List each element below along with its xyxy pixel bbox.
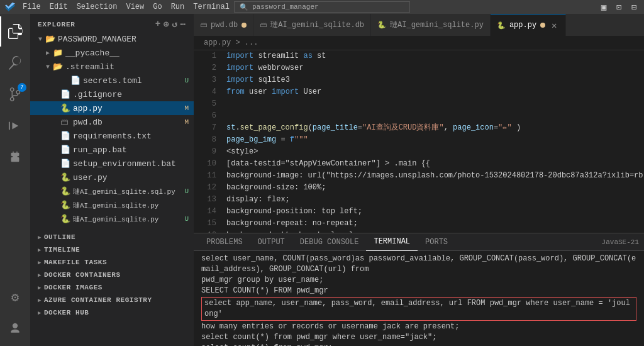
tree-folder-streamlit[interactable]: ▼ 📂 .streamlit (30, 60, 194, 74)
tree-folder-pycache[interactable]: ▶ 📁 __pycache__ (30, 46, 194, 60)
tree-file-setup-bat[interactable]: 📄 setup_environment.bat (30, 157, 194, 170)
folder-open-streamlit-icon: 📂 (53, 62, 63, 72)
tree-label-ai-py3: 璉AI_gemini_sqlite.py (73, 215, 182, 224)
panel-tab-output[interactable]: OUTPUT (250, 233, 292, 251)
code-line-11: background-image: url("https://images.un… (226, 170, 644, 182)
tree-file-run-bat[interactable]: 📄 run_app.bat (30, 143, 194, 157)
sidebar-section-azure[interactable]: ▶ AZURE CONTAINER REGISTRY (30, 294, 194, 306)
docker-hub-arrow: ▶ (38, 310, 42, 316)
file-py2-tab-icon: 🐍 (497, 21, 506, 30)
tree-file-ai-py2[interactable]: 🐍 璉AI_gemini_sqlite.py (30, 198, 194, 212)
title-bar: File Edit Selection View Go Run Terminal… (0, 0, 644, 14)
tree-file-secrets[interactable]: 📄 secrets.toml U (30, 74, 194, 87)
explorer-activity-icon[interactable] (0, 16, 30, 47)
sidebar-sections: ▶ OUTLINE ▶ TIMELINE ▶ MAKEFILE TASKS ▶ … (30, 231, 194, 319)
menu-terminal[interactable]: Terminal (189, 1, 233, 13)
extensions-activity-icon[interactable] (0, 142, 30, 172)
code-line-2: import webbrowser (226, 62, 644, 74)
panel-java-label: JavaSE-21 (602, 238, 639, 246)
source-control-activity-icon[interactable]: 7 (0, 79, 30, 109)
tab-pwd-db-modified (242, 23, 247, 28)
sidebar-section-docker-images[interactable]: ▶ DOCKER IMAGES (30, 281, 194, 294)
file-db-icon: 🗃 (60, 118, 70, 127)
editor-area: 🗃 pwd.db 🗃 璉AI_gemini_sqlite.db 🐍 璉AI_ge… (194, 14, 644, 346)
makefile-label: MAKEFILE TASKS (44, 259, 107, 266)
tab-app-py-close[interactable]: ✕ (549, 20, 559, 31)
sidebar-section-docker-hub[interactable]: ▶ DOCKER HUB (30, 306, 194, 319)
layout3-icon[interactable]: ⊟ (629, 2, 639, 12)
docker-images-label: DOCKER IMAGES (44, 284, 103, 291)
sidebar-section-outline[interactable]: ▶ OUTLINE (30, 231, 194, 243)
file-user-py-icon: 🐍 (60, 172, 70, 182)
code-editor[interactable]: 123456789101112131415161718192021222324 … (194, 50, 644, 233)
file-bat-icon: 📄 (60, 145, 70, 155)
menu-edit[interactable]: Edit (46, 1, 72, 13)
code-line-14: background-position: top left; (226, 206, 644, 218)
timeline-label: TIMELINE (44, 246, 80, 254)
svg-rect-0 (9, 122, 10, 130)
code-line-12: background-size: 100%; (226, 182, 644, 194)
collapse-icon[interactable]: ⋯ (180, 19, 186, 30)
title-search[interactable]: 🔍 password_manager (234, 1, 410, 13)
panel-tab-ports[interactable]: PORTS (418, 233, 455, 251)
tab-ai-gemini-py[interactable]: 🐍 璉AI_gemini_sqlite.py (371, 14, 491, 36)
file-ai-sql-icon: 🐍 (60, 186, 70, 196)
title-bar-right: ▣ ⊡ ⊟ (599, 2, 639, 12)
tree-label-pwd: pwd.db (73, 118, 182, 127)
code-line-8: page_bg_img = f""" (226, 134, 644, 146)
tree-folder-password-manager[interactable]: ▼ 📂 PASSWORD_MANAGER (30, 32, 194, 46)
docker-images-arrow: ▶ (38, 284, 42, 291)
panel: PROBLEMS OUTPUT DEBUG CONSOLE TERMINAL P… (194, 233, 644, 346)
sidebar: EXPLORER + ⊕ ↺ ⋯ ▼ 📂 PASSWORD_MANAGER ▶ … (30, 14, 194, 346)
menu-run[interactable]: Run (167, 1, 189, 13)
panel-tab-terminal[interactable]: TERMINAL (366, 233, 418, 251)
tree-file-requirements[interactable]: 📄 requirements.txt (30, 129, 194, 143)
tree-badge-app: M (184, 104, 189, 112)
tree-file-pwd-db[interactable]: 🗃 pwd.db M (30, 115, 194, 129)
search-activity-icon[interactable] (0, 48, 30, 78)
menu-selection[interactable]: Selection (73, 1, 121, 13)
tab-pwd-db[interactable]: 🗃 pwd.db (194, 14, 253, 36)
tab-app-py-label: app.py (509, 21, 536, 30)
file-py-tab-icon: 🐍 (377, 21, 386, 29)
tabs-bar: 🗃 pwd.db 🗃 璉AI_gemini_sqlite.db 🐍 璉AI_ge… (194, 14, 644, 36)
tree-file-app-py[interactable]: 🐍 app.py M (30, 101, 194, 115)
sidebar-section-docker-containers[interactable]: ▶ DOCKER CONTAINERS (30, 269, 194, 281)
file-setup-bat-icon: 📄 (60, 159, 70, 169)
tab-app-py[interactable]: 🐍 app.py ✕ (491, 14, 566, 36)
sidebar-section-makefile[interactable]: ▶ MAKEFILE TASKS (30, 256, 194, 269)
panel-tab-problems[interactable]: PROBLEMS (199, 233, 250, 251)
tree-label-req: requirements.txt (73, 131, 194, 141)
code-line-5 (226, 98, 644, 110)
tree-file-ai-py3[interactable]: 🐍 璉AI_gemini_sqlite.py U (30, 212, 194, 226)
tree-label-streamlit: .streamlit (65, 62, 194, 72)
panel-tab-debug[interactable]: DEBUG CONSOLE (292, 233, 367, 251)
new-folder-icon[interactable]: ⊕ (164, 19, 169, 30)
code-line-6 (226, 110, 644, 122)
terminal-content[interactable]: select user_name, COUNT(pass_word)as pas… (194, 251, 644, 346)
refresh-icon[interactable]: ↺ (172, 19, 177, 30)
layout-icon[interactable]: ▣ (599, 2, 609, 12)
new-file-icon[interactable]: + (155, 19, 161, 30)
run-activity-icon[interactable] (0, 111, 30, 141)
layout2-icon[interactable]: ⊡ (614, 2, 624, 12)
menu-view[interactable]: View (122, 1, 148, 13)
sidebar-section-timeline[interactable]: ▶ TIMELINE (30, 243, 194, 256)
outline-arrow: ▶ (38, 234, 42, 241)
tree-label-setup: setup_environment.bat (73, 159, 194, 169)
tab-pwd-db-label: pwd.db (211, 21, 238, 30)
tab-app-py-modified (540, 23, 545, 28)
code-line-13: display: flex; (226, 194, 644, 206)
tree-file-ai-sql-py[interactable]: 🐍 璉AI_gemini_sqlite.sql.py U (30, 184, 194, 198)
tree-file-gitignore[interactable]: 📄 .gitignore (30, 87, 194, 101)
menu-file[interactable]: File (19, 1, 45, 13)
remote-activity-icon[interactable]: ⚙ (0, 282, 30, 312)
tree-file-user-py[interactable]: 🐍 user.py (30, 170, 194, 184)
tab-ai-gemini-db[interactable]: 🗃 璉AI_gemini_sqlite.db (253, 14, 371, 36)
code-and-panel: 123456789101112131415161718192021222324 … (194, 50, 644, 346)
terminal-line-4: how many entries or records or username … (201, 321, 636, 332)
code-content[interactable]: import streamlit as stimport webbrowseri… (224, 50, 644, 233)
account-activity-icon[interactable] (0, 313, 30, 343)
menu-go[interactable]: Go (149, 1, 165, 13)
source-control-badge: 7 (18, 83, 26, 92)
